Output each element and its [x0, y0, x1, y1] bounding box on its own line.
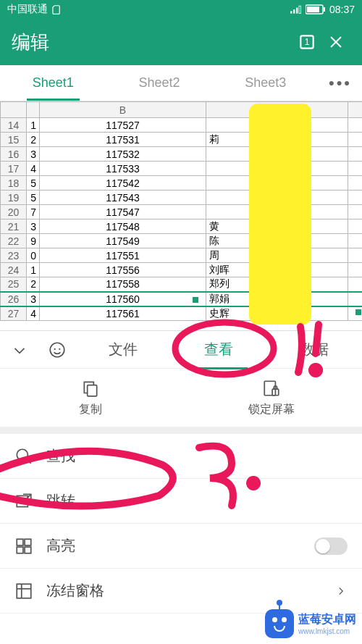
menu-goto[interactable]: 跳转 [0, 479, 362, 524]
row-header[interactable]: 25 [1, 277, 27, 292]
row-header[interactable]: 17 [1, 162, 27, 176]
cell[interactable] [348, 248, 363, 263]
cell[interactable]: 1 [27, 118, 40, 133]
cell[interactable] [348, 277, 363, 292]
menu-highlight[interactable]: 高亮 [0, 524, 362, 569]
svg-rect-0 [290, 11, 292, 13]
svg-rect-3 [299, 6, 300, 13]
watermark-icon [265, 609, 294, 638]
freeze-icon [14, 582, 33, 601]
svg-rect-6 [324, 7, 325, 12]
row-header[interactable]: 15 [1, 133, 27, 147]
cell[interactable] [348, 219, 363, 234]
tab-sheet1[interactable]: Sheet1 [0, 65, 106, 101]
cell[interactable]: 117531 [40, 133, 206, 147]
bottom-tab-file[interactable]: 文件 [75, 340, 171, 359]
corner-cell[interactable] [1, 102, 27, 118]
row-header[interactable]: 14 [1, 118, 27, 133]
watermark: 蓝莓安卓网 www.lmkjst.com [265, 609, 356, 638]
cell[interactable]: 117560 [40, 292, 206, 306]
cell[interactable] [348, 176, 363, 191]
chevron-right-icon [334, 582, 348, 601]
selection-handle-right[interactable] [355, 309, 362, 316]
row-header[interactable]: 18 [1, 176, 27, 191]
bottom-tab-view[interactable]: 查看 [171, 340, 266, 359]
bottom-sheet: 文件 查看 数据 复制 锁定屏幕 查找 跳转 高亮 冻结窗格 [0, 330, 362, 614]
svg-line-18 [26, 459, 31, 464]
svg-text:1: 1 [305, 37, 310, 47]
menu-freeze[interactable]: 冻结窗格 [0, 569, 362, 614]
row-header[interactable]: 24 [1, 263, 27, 277]
tab-sheet2[interactable]: Sheet2 [106, 65, 213, 101]
row-header[interactable]: 22 [1, 234, 27, 248]
selection-handle-left[interactable] [192, 296, 199, 304]
cell[interactable] [348, 147, 363, 162]
cell[interactable]: 117561 [40, 306, 206, 321]
cell[interactable] [348, 263, 363, 277]
tab-sheet3[interactable]: Sheet3 [212, 65, 319, 101]
row-header[interactable]: 26 [1, 292, 27, 306]
cell[interactable]: 117548 [40, 219, 206, 234]
cell[interactable] [348, 234, 363, 248]
spreadsheet[interactable]: B C 141117527152117531莉16311753217411753… [0, 101, 362, 321]
tabs-button[interactable]: 1 [292, 33, 321, 51]
action-copy[interactable]: 复制 [0, 369, 181, 427]
row-header[interactable]: 23 [1, 248, 27, 263]
row-header[interactable]: 27 [1, 306, 27, 321]
cell[interactable] [348, 292, 363, 306]
cell[interactable] [348, 205, 363, 219]
cell[interactable]: 117532 [40, 147, 206, 162]
status-bar: 中国联通 08:37 [0, 0, 362, 19]
cell[interactable]: 3 [27, 219, 40, 234]
cell[interactable] [348, 118, 363, 133]
svg-rect-21 [17, 539, 23, 545]
lock-screen-icon [262, 379, 281, 398]
cell[interactable]: 9 [27, 234, 40, 248]
cell[interactable]: 1 [27, 263, 40, 277]
time-label: 08:37 [329, 4, 355, 15]
cell[interactable]: 4 [27, 306, 40, 321]
cell[interactable]: 3 [27, 147, 40, 162]
close-button[interactable] [321, 33, 350, 51]
menu-find[interactable]: 查找 [0, 434, 362, 479]
carrier-label: 中国联通 [7, 3, 48, 16]
cell[interactable]: 117533 [40, 162, 206, 176]
cell[interactable]: 2 [27, 133, 40, 147]
col-header-b[interactable]: B [40, 102, 206, 118]
svg-rect-14 [88, 385, 97, 396]
svg-rect-19 [17, 495, 28, 506]
highlight-toggle[interactable] [314, 538, 348, 555]
svg-point-17 [17, 449, 28, 460]
signal-icon [290, 4, 302, 14]
cell[interactable]: 117551 [40, 248, 206, 263]
cell[interactable]: 117542 [40, 176, 206, 191]
row-header[interactable]: 16 [1, 147, 27, 162]
tab-more[interactable]: ••• [319, 65, 362, 101]
bottom-tab-data[interactable]: 数据 [266, 340, 362, 359]
cell[interactable] [348, 133, 363, 147]
cell[interactable]: 5 [27, 191, 40, 205]
cell[interactable] [348, 191, 363, 205]
cell[interactable]: 7 [27, 205, 40, 219]
cell[interactable]: 3 [27, 292, 40, 306]
page-title: 编辑 [12, 30, 292, 55]
cell[interactable]: 117543 [40, 191, 206, 205]
row-header[interactable]: 21 [1, 219, 27, 234]
cell[interactable]: 4 [27, 162, 40, 176]
cell[interactable]: 117527 [40, 118, 206, 133]
search-icon [14, 447, 33, 466]
row-header[interactable]: 20 [1, 205, 27, 219]
row-header[interactable]: 19 [1, 191, 27, 205]
cell[interactable] [348, 162, 363, 176]
cell[interactable]: 117556 [40, 263, 206, 277]
cell[interactable]: 2 [27, 277, 40, 292]
svg-rect-23 [17, 547, 23, 553]
cell[interactable]: 117558 [40, 277, 206, 292]
cell[interactable]: 0 [27, 248, 40, 263]
cell[interactable]: 117547 [40, 205, 206, 219]
assistant-button[interactable] [39, 340, 75, 359]
cell[interactable]: 5 [27, 176, 40, 191]
collapse-button[interactable] [0, 340, 39, 359]
action-lock-screen[interactable]: 锁定屏幕 [181, 369, 362, 427]
cell[interactable]: 117549 [40, 234, 206, 248]
